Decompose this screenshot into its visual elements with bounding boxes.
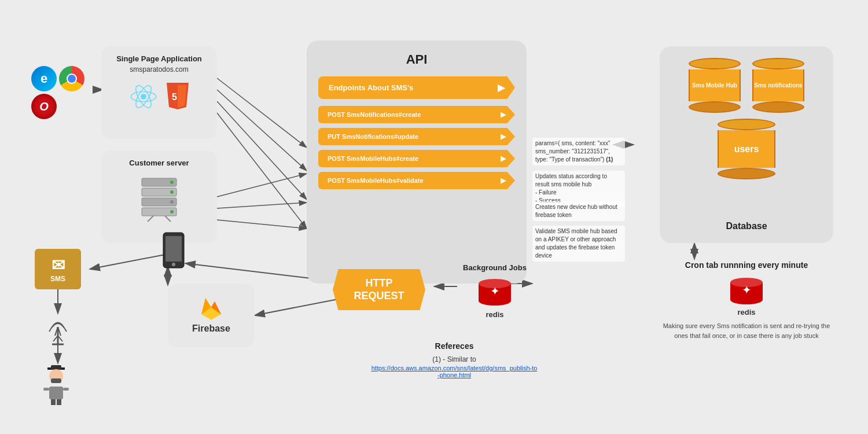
svg-rect-59 — [57, 399, 61, 405]
users-drum: users — [718, 119, 775, 179]
svg-line-8 — [217, 174, 307, 197]
svg-line-10 — [217, 220, 307, 229]
sms-box: ✉ SMS — [35, 249, 81, 289]
sms-mobile-hub-drum: Sms Mobile Hub — [689, 58, 741, 113]
sms-label: SMS — [50, 275, 65, 283]
api-endpoint-1: PUT SmsNotifications#update ▶ — [318, 128, 515, 145]
person-icon — [41, 365, 72, 405]
redis-icon-cron: ✦ — [729, 275, 764, 304]
svg-rect-54 — [51, 378, 61, 383]
sms-envelope-icon: ✉ — [52, 256, 65, 275]
edge-icon: e — [31, 66, 57, 91]
svg-point-21 — [141, 94, 146, 100]
svg-point-34 — [170, 200, 174, 204]
customer-server-box: Customer server — [101, 150, 217, 243]
background-jobs-redis-label: redis — [457, 310, 532, 319]
api-box: API Endpoints About SMS's ▶ POST SmsNoti… — [307, 41, 527, 284]
annotation-post-smsmobile: Creates new device hub without firebase … — [532, 201, 625, 221]
svg-line-6 — [217, 101, 307, 200]
firebase-label: Firebase — [192, 323, 230, 334]
http-request-box: HTTP REQUEST — [333, 269, 425, 310]
empty-slot — [59, 94, 84, 119]
svg-line-7 — [217, 113, 307, 229]
person-box — [41, 365, 72, 410]
sms-notifications-drum: Sms notifications — [752, 58, 804, 113]
browser-icons: e O — [31, 66, 84, 119]
diagram-container: e O Single Page Application smsparatodos… — [0, 0, 868, 434]
svg-line-9 — [217, 203, 307, 208]
firebase-box: Firebase — [168, 284, 255, 347]
svg-line-37 — [165, 216, 171, 222]
tower-icon — [43, 315, 72, 347]
svg-rect-43 — [165, 236, 182, 262]
api-title: API — [318, 52, 515, 67]
customer-server-title: Customer server — [129, 159, 189, 167]
annotation-post-validate: Validate SMS mobile hub based on a APIKE… — [532, 226, 625, 262]
spa-box: Single Page Application smsparatodos.com… — [101, 46, 217, 139]
svg-line-16 — [90, 255, 165, 269]
svg-rect-56 — [43, 388, 49, 391]
spa-url: smsparatodos.com — [130, 65, 188, 73]
database-title: Database — [726, 215, 767, 231]
svg-rect-52 — [51, 365, 61, 370]
svg-rect-55 — [49, 387, 63, 399]
react-icon — [130, 83, 157, 111]
annotation-post-create: params=( sms, content: "xxx" sms_number:… — [532, 138, 625, 165]
browsers-box: e O — [23, 58, 93, 127]
svg-point-44 — [172, 263, 175, 266]
svg-line-36 — [148, 216, 153, 222]
references-text: (1) - Similar to — [370, 354, 538, 365]
api-endpoint-0: POST SmsNotifications#create ▶ — [318, 106, 515, 123]
references-title: Refereces — [370, 341, 538, 351]
cron-tab-title: Cron tab runnning every minute — [660, 260, 833, 270]
svg-rect-57 — [63, 388, 69, 391]
database-box: Sms Mobile Hub Sms notifications users D… — [660, 46, 833, 243]
api-endpoint-3: POST SmsMobileHubs#validate ▶ — [318, 172, 515, 189]
references-link: https://docs.aws.amazon.com/sns/latest/d… — [370, 365, 538, 378]
svg-text:✦: ✦ — [490, 285, 500, 297]
background-jobs-box: Background Jobs ✦ redis — [457, 263, 532, 319]
server-icon — [136, 175, 182, 222]
opera-icon: O — [31, 94, 57, 119]
references-box: Refereces (1) - Similar to https://docs.… — [370, 341, 538, 378]
background-jobs-title: Background Jobs — [457, 263, 532, 272]
svg-rect-58 — [51, 399, 56, 405]
svg-point-33 — [170, 190, 174, 194]
spa-icons: 5 — [130, 83, 189, 111]
svg-text:5: 5 — [172, 92, 177, 102]
api-endpoint-2: POST SmsMobileHubs#create ▶ — [318, 150, 515, 167]
database-top-row: Sms Mobile Hub Sms notifications — [689, 58, 804, 113]
firebase-icon — [201, 297, 222, 320]
chrome-icon — [59, 66, 84, 91]
svg-line-4 — [217, 78, 307, 148]
cron-redis-label: redis — [660, 308, 833, 317]
phone-box — [162, 231, 185, 274]
redis-icon-bg: ✦ — [477, 277, 512, 306]
html5-icon: 5 — [167, 83, 189, 109]
spa-title: Single Page Application — [116, 54, 202, 63]
svg-text:✦: ✦ — [742, 284, 752, 296]
cron-description: Making sure every Sms notification is se… — [660, 321, 833, 340]
api-endpoint-main: Endpoints About SMS's ▶ — [318, 76, 515, 99]
phone-icon — [162, 231, 185, 269]
svg-point-32 — [170, 181, 174, 184]
svg-point-35 — [170, 210, 174, 214]
tower-box — [43, 315, 72, 352]
cron-tab-box: Cron tab runnning every minute ✦ redis M… — [660, 260, 833, 340]
svg-line-5 — [217, 90, 307, 171]
